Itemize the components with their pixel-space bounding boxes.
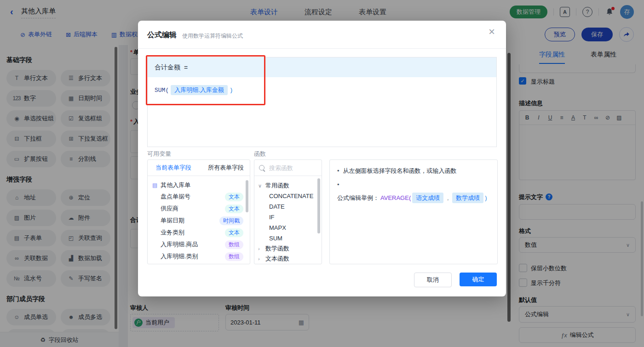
variable-row[interactable]: 盘点单据号文本 (152, 191, 247, 203)
function-item[interactable]: MAPX (258, 222, 320, 233)
screen: ‹ 其他入库单 表单设计 流程设定 表单设置 数据管理 A ? 存 ⊘ 表单外链 (0, 0, 644, 347)
modal-divider (138, 48, 506, 49)
help-line-2: 公式编辑举例： AVERAGE( 语文成绩 ， 数学成绩 ) (337, 193, 487, 203)
help-line-1: 从左侧面板选择字段名和函数，或输入函数 (343, 166, 457, 175)
function-group-math[interactable]: › 数学函数 (258, 244, 320, 254)
field-type-badge: 文本 (225, 193, 243, 201)
caret-down-icon: ∨ (258, 183, 263, 189)
variable-row[interactable]: 供应商文本 (152, 203, 247, 215)
search-input[interactable] (268, 164, 311, 172)
confirm-button[interactable]: 确定 (460, 273, 497, 286)
tab-current-form-fields[interactable]: 当前表单字段 (155, 164, 191, 172)
form-doc-icon: ▤ (152, 182, 157, 188)
variables-scrollbar[interactable] (246, 180, 248, 212)
function-search[interactable] (254, 160, 322, 176)
example-field-chip: 数学成绩 (452, 193, 483, 203)
formula-help-panel: • 从左侧面板选择字段名和函数，或输入函数 • 公式编辑举例： AVERAGE(… (329, 159, 498, 264)
formula-expression[interactable]: SUM( 入库明细.入库金额 ) (148, 77, 496, 103)
function-item[interactable]: CONCATENATE (258, 191, 320, 201)
variable-row[interactable]: 单据日期时间戳 (152, 215, 247, 227)
variable-row[interactable]: 入库明细.类别数组 (152, 250, 247, 262)
variable-row[interactable]: 入库明细.商品数组 (152, 239, 247, 250)
functions-label: 函数 (254, 150, 266, 158)
tab-all-form-fields[interactable]: 所有表单字段 (208, 164, 244, 172)
field-type-badge: 数组 (225, 252, 243, 261)
field-type-badge: 文本 (225, 228, 243, 237)
variables-label: 可用变量 (147, 150, 171, 158)
function-group-text[interactable]: › 文本函数 (258, 254, 320, 264)
function-item[interactable]: IF (258, 212, 320, 222)
field-type-badge: 数组 (225, 240, 243, 249)
function-item[interactable]: SUM (258, 233, 320, 244)
formula-target-row: 合计金额 = (148, 57, 496, 77)
field-type-badge: 文本 (225, 205, 243, 213)
variable-root-node[interactable]: ▤ 其他入库单 (152, 180, 247, 191)
modal-subtitle: 使用数学运算符编辑公式 (182, 32, 243, 40)
modal-title: 公式编辑 (147, 30, 177, 40)
formula-editor[interactable]: 合计金额 = SUM( 入库明细.入库金额 ) (147, 57, 497, 147)
formula-edit-modal: 公式编辑 使用数学运算符编辑公式 × 合计金额 = SUM( 入库明细.入库金额… (138, 21, 506, 296)
function-group-common[interactable]: ∨ 常用函数 (258, 181, 320, 191)
example-field-chip: 语文成绩 (412, 193, 443, 203)
close-icon[interactable]: × (489, 26, 495, 37)
caret-right-icon: › (258, 246, 263, 251)
field-type-badge: 时间戳 (219, 216, 243, 225)
caret-right-icon: › (258, 256, 263, 262)
functions-panel: ∨ 常用函数 CONCATENATE DATE IF MAPX SUM › 数学… (254, 159, 322, 264)
cancel-button[interactable]: 取消 (414, 273, 452, 287)
search-icon (259, 165, 264, 171)
variables-panel: 当前表单字段 所有表单字段 ▤ 其他入库单 盘点单据号文本 供应商文本 单据日期… (147, 159, 250, 264)
field-chip[interactable]: 入库明细.入库金额 (171, 85, 228, 95)
function-item[interactable]: DATE (258, 201, 320, 212)
functions-scrollbar[interactable] (317, 178, 320, 233)
variable-row[interactable]: 业务类别文本 (152, 227, 247, 239)
